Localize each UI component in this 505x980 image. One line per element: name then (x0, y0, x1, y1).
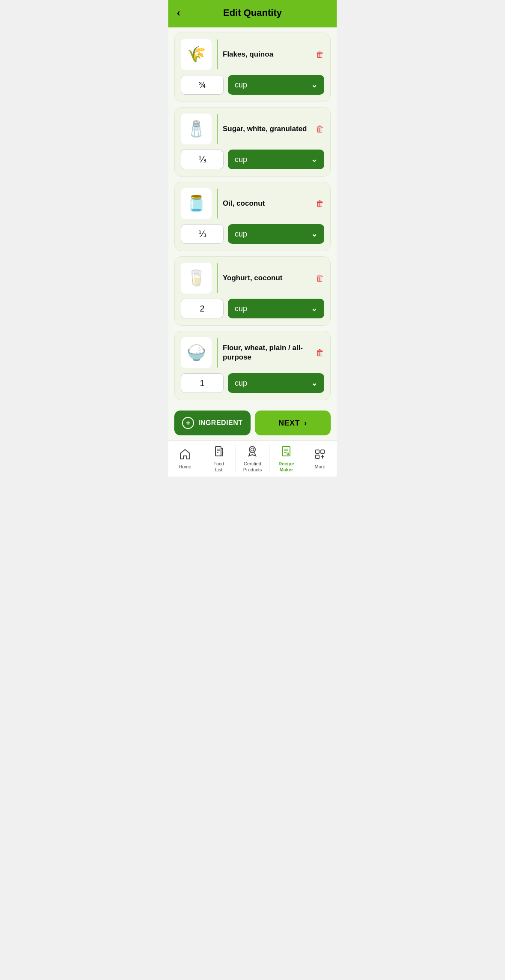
nav-item-recipe-maker[interactable]: RecipeMaker (269, 441, 303, 477)
food-image-sugar-white: 🧂 (181, 114, 212, 144)
add-ingredient-button[interactable]: + INGREDIENT (174, 411, 251, 435)
card-controls-flour-wheat: cup ⌄ (181, 373, 324, 393)
ingredient-card-flakes-quinoa: 🌾 Flakes, quinoa 🗑 cup ⌄ (174, 33, 331, 102)
quantity-input-oil-coconut[interactable] (181, 224, 224, 244)
nav-item-home[interactable]: Home (168, 441, 202, 477)
delete-button-oil-coconut[interactable]: 🗑 (316, 199, 324, 209)
unit-dropdown-oil-coconut[interactable]: cup ⌄ (228, 224, 324, 244)
chevron-down-icon-flakes-quinoa: ⌄ (311, 80, 317, 90)
nav-label-home: Home (179, 464, 191, 470)
unit-label-sugar-white: cup (235, 155, 247, 164)
card-controls-flakes-quinoa: cup ⌄ (181, 75, 324, 95)
nav-item-more[interactable]: More (303, 441, 337, 477)
food-image-flour-wheat: 🍚 (181, 337, 212, 368)
nav-label-recipe-maker: RecipeMaker (278, 461, 294, 473)
divider-yoghurt-coconut (217, 263, 218, 293)
divider-oil-coconut (217, 189, 218, 219)
card-controls-sugar-white: cup ⌄ (181, 150, 324, 169)
card-controls-yoghurt-coconut: cup ⌄ (181, 299, 324, 318)
card-controls-oil-coconut: cup ⌄ (181, 224, 324, 244)
ingredient-card-yoghurt-coconut: 🥛 Yoghurt, coconut 🗑 cup ⌄ (174, 256, 331, 326)
delete-button-yoghurt-coconut[interactable]: 🗑 (316, 273, 324, 283)
ingredient-card-oil-coconut: 🫙 Oil, coconut 🗑 cup ⌄ (174, 182, 331, 251)
food-name-row-sugar-white: Sugar, white, granulated 🗑 (223, 124, 324, 134)
nav-label-certified-products: CertifiedProducts (243, 461, 262, 473)
unit-label-yoghurt-coconut: cup (235, 304, 247, 313)
delete-button-flour-wheat[interactable]: 🗑 (316, 348, 324, 358)
chevron-down-icon-flour-wheat: ⌄ (311, 378, 317, 388)
card-top-sugar-white: 🧂 Sugar, white, granulated 🗑 (181, 114, 324, 144)
home-icon (179, 448, 191, 462)
card-top-flakes-quinoa: 🌾 Flakes, quinoa 🗑 (181, 39, 324, 70)
next-button[interactable]: NEXT › (255, 411, 331, 435)
food-name-yoghurt-coconut: Yoghurt, coconut (223, 273, 312, 283)
delete-button-sugar-white[interactable]: 🗑 (316, 124, 324, 134)
unit-label-oil-coconut: cup (235, 230, 247, 239)
food-name-oil-coconut: Oil, coconut (223, 199, 312, 208)
unit-dropdown-sugar-white[interactable]: cup ⌄ (228, 150, 324, 169)
ingredient-card-flour-wheat: 🍚 Flour, wheat, plain / all-purpose 🗑 cu… (174, 331, 331, 400)
food-name-flour-wheat: Flour, wheat, plain / all-purpose (223, 343, 312, 362)
card-top-yoghurt-coconut: 🥛 Yoghurt, coconut 🗑 (181, 263, 324, 294)
unit-dropdown-flakes-quinoa[interactable]: cup ⌄ (228, 75, 324, 95)
svg-point-5 (251, 448, 254, 451)
nav-item-food-list[interactable]: FoodList (202, 441, 236, 477)
chevron-down-icon-oil-coconut: ⌄ (311, 229, 317, 239)
certified-products-icon (246, 445, 258, 459)
ingredients-list: 🌾 Flakes, quinoa 🗑 cup ⌄ 🧂 Sugar, (168, 27, 337, 405)
svg-rect-11 (316, 450, 319, 453)
quantity-input-sugar-white[interactable] (181, 150, 224, 169)
divider-flour-wheat (217, 338, 218, 368)
recipe-maker-icon (280, 445, 292, 459)
svg-rect-13 (316, 455, 319, 459)
quantity-input-flour-wheat[interactable] (181, 373, 224, 393)
header: ‹ Edit Quantity (168, 0, 337, 27)
food-image-flakes-quinoa: 🌾 (181, 39, 212, 70)
bottom-actions: + INGREDIENT NEXT › (168, 405, 337, 441)
divider-sugar-white (217, 114, 218, 144)
svg-point-4 (249, 447, 255, 453)
unit-dropdown-flour-wheat[interactable]: cup ⌄ (228, 373, 324, 393)
ingredient-card-sugar-white: 🧂 Sugar, white, granulated 🗑 cup ⌄ (174, 107, 331, 177)
card-top-flour-wheat: 🍚 Flour, wheat, plain / all-purpose 🗑 (181, 337, 324, 368)
page-title: Edit Quantity (223, 7, 282, 18)
next-arrow-icon: › (304, 419, 307, 428)
food-name-row-yoghurt-coconut: Yoghurt, coconut 🗑 (223, 273, 324, 283)
card-top-oil-coconut: 🫙 Oil, coconut 🗑 (181, 188, 324, 219)
plus-circle-icon: + (182, 417, 194, 429)
chevron-down-icon-sugar-white: ⌄ (311, 155, 317, 164)
unit-label-flakes-quinoa: cup (235, 81, 247, 90)
nav-label-food-list: FoodList (213, 461, 224, 473)
unit-label-flour-wheat: cup (235, 379, 247, 388)
nav-label-more: More (315, 464, 326, 470)
food-image-yoghurt-coconut: 🥛 (181, 263, 212, 294)
delete-button-flakes-quinoa[interactable]: 🗑 (316, 50, 324, 60)
more-icon (314, 448, 326, 462)
quantity-input-yoghurt-coconut[interactable] (181, 299, 224, 318)
food-name-flakes-quinoa: Flakes, quinoa (223, 50, 312, 59)
svg-rect-0 (215, 447, 221, 456)
add-ingredient-label: INGREDIENT (198, 419, 243, 427)
chevron-down-icon-yoghurt-coconut: ⌄ (311, 304, 317, 313)
back-button[interactable]: ‹ (177, 7, 180, 19)
bottom-nav: Home FoodList CertifiedProducts RecipeMa (168, 441, 337, 477)
svg-rect-12 (321, 450, 324, 453)
svg-point-10 (287, 453, 289, 455)
unit-dropdown-yoghurt-coconut[interactable]: cup ⌄ (228, 299, 324, 318)
divider-flakes-quinoa (217, 39, 218, 69)
nav-item-certified-products[interactable]: CertifiedProducts (236, 441, 269, 477)
food-list-icon (213, 445, 225, 459)
food-name-row-flakes-quinoa: Flakes, quinoa 🗑 (223, 50, 324, 60)
next-label: NEXT (278, 419, 300, 428)
food-name-row-flour-wheat: Flour, wheat, plain / all-purpose 🗑 (223, 343, 324, 362)
quantity-input-flakes-quinoa[interactable] (181, 75, 224, 95)
food-name-row-oil-coconut: Oil, coconut 🗑 (223, 199, 324, 209)
svg-rect-6 (282, 447, 290, 456)
food-image-oil-coconut: 🫙 (181, 188, 212, 219)
food-name-sugar-white: Sugar, white, granulated (223, 124, 312, 134)
